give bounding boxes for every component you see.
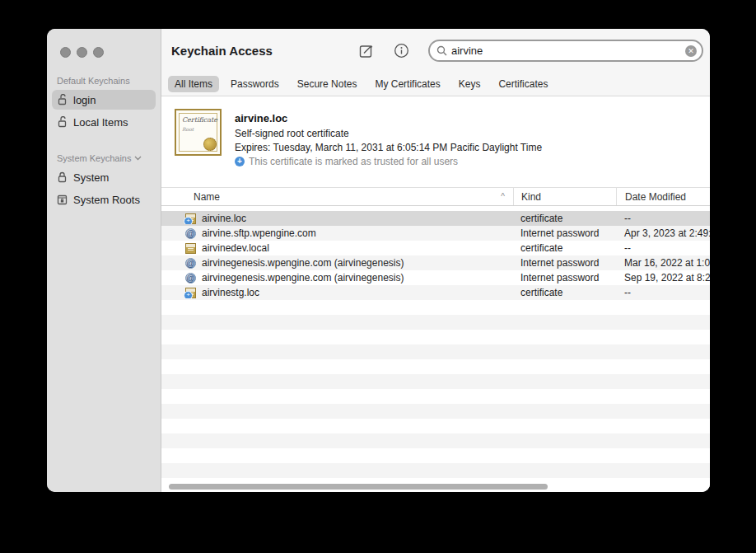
section-label: Default Keychains — [57, 76, 130, 86]
trusted-badge-icon: + — [235, 157, 245, 166]
info-button[interactable] — [391, 41, 411, 61]
lockbox-icon — [57, 194, 68, 205]
table-row[interactable]: @ airvinegenesis.wpengine.com (airvinege… — [161, 270, 710, 285]
certificate-seal — [203, 138, 217, 151]
certificate-add-icon — [185, 213, 196, 224]
tab-keys[interactable]: Keys — [452, 76, 488, 92]
certificate-icon: Certificate Root — [175, 109, 222, 156]
item-date: Apr 3, 2023 at 2:49:0 — [616, 227, 710, 239]
item-name: airvinegenesis.wpengine.com (airvinegene… — [202, 257, 404, 269]
keychain-access-window: Default Keychains login System Local Ite… — [47, 29, 710, 492]
item-name: airvinestg.loc — [202, 287, 259, 298]
unlocked-padlock-icon — [57, 116, 68, 128]
item-kind: Internet password — [513, 272, 616, 284]
default-keychains-header: Default Keychains — [52, 74, 156, 87]
item-date: Sep 19, 2022 at 8:26 — [616, 272, 710, 284]
item-kind: certificate — [513, 213, 616, 224]
sidebar-item-label: System Roots — [73, 194, 140, 206]
sidebar-item-local-items[interactable]: System Local Items — [52, 112, 156, 132]
item-kind: Internet password — [513, 257, 616, 269]
category-tabs: All Items Passwords Secure Notes My Cert… — [161, 73, 710, 96]
close-window-button[interactable] — [60, 47, 71, 58]
sidebar-item-login[interactable]: login — [52, 90, 156, 110]
column-header-date-modified[interactable]: Date Modified — [616, 188, 710, 205]
certificate-subtitle: Self-signed root certificate — [235, 128, 542, 139]
locked-padlock-icon — [57, 171, 68, 183]
horizontal-scrollbar[interactable] — [169, 484, 548, 490]
column-header-name[interactable]: Name ^ — [161, 188, 513, 205]
certificate-add-icon — [185, 288, 196, 298]
clear-search-icon[interactable]: ✕ — [685, 45, 697, 57]
scrollbar-track — [161, 480, 710, 492]
chevron-down-icon — [134, 156, 142, 161]
item-name: airvinedev.local — [202, 242, 269, 254]
new-item-button[interactable] — [357, 41, 376, 61]
certificate-trust-status: This certificate is marked as trusted fo… — [249, 156, 458, 167]
traffic-lights — [47, 29, 161, 58]
item-date: Mar 16, 2022 at 1:02: — [616, 257, 710, 269]
item-name: airvine.loc — [202, 213, 246, 224]
search-field[interactable]: ✕ — [428, 40, 703, 62]
search-icon — [436, 45, 447, 56]
item-kind: certificate — [513, 287, 616, 298]
item-name: airvine.sftp.wpengine.com — [202, 227, 316, 239]
item-date: -- — [616, 213, 710, 224]
certificate-expiry: Expires: Tuesday, March 11, 2031 at 6:05… — [235, 142, 542, 153]
sidebar-item-label: System — [73, 171, 109, 184]
item-date: -- — [616, 287, 710, 298]
section-label: System Keychains — [57, 153, 131, 163]
internet-password-icon: @ — [185, 273, 196, 284]
table-header: Name ^ Kind Date Modified — [161, 187, 710, 206]
tab-all-items[interactable]: All Items — [168, 76, 219, 92]
toolbar: Keychain Access — [161, 29, 710, 73]
item-date: -- — [616, 242, 710, 254]
sidebar-item-system[interactable]: System — [52, 167, 156, 187]
table-row[interactable]: @ airvinegenesis.wpengine.com (airvinege… — [161, 255, 710, 270]
system-keychains-header[interactable]: System Keychains — [52, 152, 156, 165]
tab-my-certificates[interactable]: My Certificates — [368, 76, 446, 92]
item-kind: certificate — [513, 242, 616, 254]
minimize-window-button[interactable] — [77, 47, 87, 58]
tab-secure-notes[interactable]: Secure Notes — [291, 76, 364, 92]
table-row[interactable]: airvinestg.loc certificate -- — [161, 285, 710, 300]
table-row[interactable]: airvine.loc certificate -- — [161, 211, 710, 226]
sidebar-item-system-roots[interactable]: System Roots — [52, 190, 156, 209]
main-content: Keychain Access — [161, 29, 710, 492]
table-row[interactable]: @ airvine.sftp.wpengine.com Internet pas… — [161, 226, 710, 241]
search-input[interactable] — [451, 45, 681, 57]
internet-password-icon: @ — [185, 228, 196, 239]
certificate-detail-panel: Certificate Root airvine.loc Self-signed… — [161, 96, 710, 187]
sidebar: Default Keychains login System Local Ite… — [47, 29, 161, 492]
internet-password-icon: @ — [185, 258, 196, 269]
zoom-window-button[interactable] — [93, 47, 104, 58]
column-header-kind[interactable]: Kind — [513, 188, 616, 205]
window-title: Keychain Access — [171, 44, 273, 58]
compose-icon — [358, 43, 375, 59]
item-name: airvinegenesis.wpengine.com (airvinegene… — [202, 272, 404, 284]
keychain-list: Default Keychains login System Local Ite… — [47, 58, 161, 209]
tab-passwords[interactable]: Passwords — [224, 76, 286, 92]
items-list: airvine.loc certificate -- @ airvine.sft… — [161, 206, 710, 480]
sidebar-item-label: Local Items — [73, 116, 128, 129]
certificate-icon-small — [185, 243, 196, 254]
item-kind: Internet password — [513, 227, 616, 239]
tab-certificates[interactable]: Certificates — [492, 76, 554, 92]
sidebar-item-label: login — [73, 94, 96, 106]
table-row[interactable]: airvinedev.local certificate -- — [161, 241, 710, 255]
sort-ascending-icon: ^ — [501, 192, 505, 201]
unlocked-padlock-icon — [57, 94, 68, 105]
info-icon — [394, 43, 409, 59]
certificate-name: airvine.loc — [235, 112, 542, 124]
